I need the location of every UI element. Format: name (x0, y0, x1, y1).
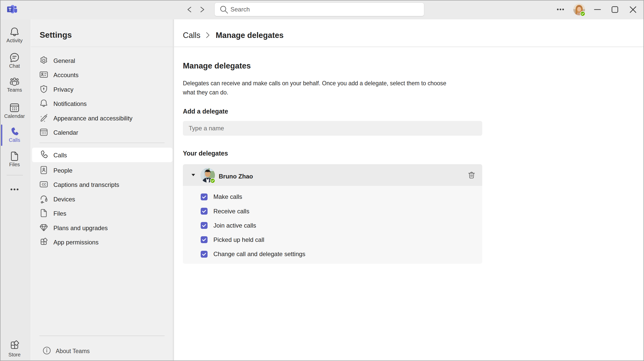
svg-text:CC: CC (42, 183, 46, 186)
